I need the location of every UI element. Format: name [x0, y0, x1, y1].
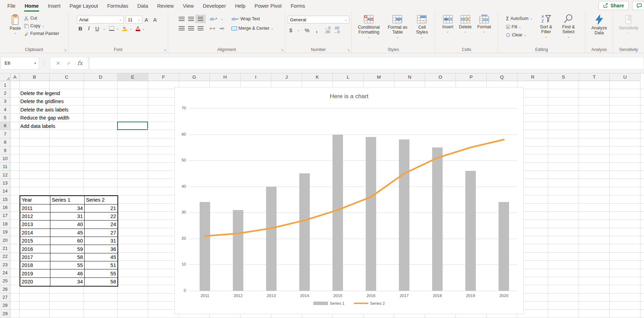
align-top-icon[interactable]	[179, 17, 185, 21]
row-header-11[interactable]: 11	[0, 163, 10, 171]
cell-grid[interactable]: Delete the legendDelete the gridlinesDel…	[10, 81, 644, 318]
column-header-E[interactable]: E	[117, 73, 148, 81]
confirm-entry-icon[interactable]: ✓	[67, 60, 71, 66]
column-header-I[interactable]: I	[241, 73, 271, 81]
row-header-6[interactable]: 6	[0, 122, 10, 130]
bold-button[interactable]: B	[77, 25, 84, 32]
increase-decimal-button[interactable]: ←0.00	[324, 26, 330, 34]
row-header-15[interactable]: 15	[0, 195, 10, 203]
decrease-indent-icon[interactable]: ⇤≡	[210, 26, 215, 31]
table-cell[interactable]: 31	[50, 212, 85, 221]
data-table[interactable]: YearSeries 1Series 220113421201231222013…	[20, 195, 118, 287]
column-header-P[interactable]: P	[456, 73, 487, 81]
row-header-29[interactable]: 29	[0, 310, 10, 318]
fill-handle[interactable]	[146, 129, 148, 130]
table-cell[interactable]: 21	[85, 204, 117, 212]
fill-color-button[interactable]	[122, 26, 127, 31]
table-cell[interactable]: 2019	[20, 269, 50, 277]
row-header-7[interactable]: 7	[0, 130, 10, 138]
column-header-C[interactable]: C	[50, 73, 84, 81]
column-header-J[interactable]: J	[271, 73, 302, 81]
row-header-2[interactable]: 2	[0, 89, 10, 97]
table-cell[interactable]: 55	[50, 261, 85, 269]
column-header-U[interactable]: U	[610, 73, 641, 81]
name-box[interactable]: E6 ▾	[1, 57, 39, 70]
cancel-entry-icon[interactable]: ✕	[56, 60, 60, 66]
underline-chevron[interactable]: ⌄	[103, 27, 106, 30]
font-size-combo[interactable]: 11⌄	[126, 16, 142, 23]
table-cell[interactable]: 2017	[20, 253, 50, 261]
alignment-dialog-launcher[interactable]: ↘	[281, 48, 284, 52]
tab-home[interactable]: Home	[20, 0, 43, 12]
align-middle-icon[interactable]	[188, 17, 194, 21]
comma-style-button[interactable]: ,	[314, 27, 319, 34]
table-cell[interactable]: 51	[85, 261, 117, 269]
formula-input[interactable]	[89, 57, 644, 70]
table-cell[interactable]: 34	[50, 278, 85, 286]
align-left-icon[interactable]	[179, 26, 185, 30]
row-header-22[interactable]: 22	[0, 253, 10, 261]
table-cell[interactable]: 27	[85, 229, 117, 237]
row-header-13[interactable]: 13	[0, 179, 10, 187]
table-cell[interactable]: 2020	[20, 278, 50, 286]
legend-item-series2[interactable]: Series 2	[354, 301, 385, 305]
row-header-12[interactable]: 12	[0, 171, 10, 179]
table-cell[interactable]: 45	[50, 229, 85, 237]
tab-forms[interactable]: Forms	[286, 0, 309, 12]
row-header-25[interactable]: 25	[0, 277, 10, 285]
table-cell[interactable]: 2011	[20, 204, 50, 212]
table-header-cell[interactable]: Year	[20, 196, 50, 204]
table-cell[interactable]: 2015	[20, 237, 50, 245]
clipboard-dialog-launcher[interactable]: ↘	[64, 48, 66, 52]
align-center-icon[interactable]	[188, 26, 194, 30]
row-header-23[interactable]: 23	[0, 261, 10, 269]
number-format-combo[interactable]: General⌄	[288, 16, 349, 23]
chart-object[interactable]: Here is a chart 010203040506070 20112012…	[174, 87, 524, 314]
underline-button[interactable]: U	[93, 25, 101, 32]
italic-button[interactable]: I	[86, 25, 91, 32]
tab-data[interactable]: Data	[133, 0, 153, 12]
tab-help[interactable]: Help	[230, 0, 250, 12]
row-header-27[interactable]: 27	[0, 293, 10, 301]
orientation-icon[interactable]: ab↗	[210, 17, 217, 21]
column-header-R[interactable]: R	[517, 73, 548, 81]
select-all-corner[interactable]	[0, 73, 10, 81]
merge-center-button[interactable]: ↔ Merge & Center ⌄	[230, 25, 274, 31]
find-select-button[interactable]: Find & Select ⌄	[559, 13, 578, 39]
align-right-icon[interactable]	[198, 26, 203, 30]
table-cell[interactable]: 2014	[20, 229, 50, 237]
table-cell[interactable]: 58	[85, 278, 117, 286]
table-cell[interactable]: 60	[50, 237, 85, 245]
accounting-format-button[interactable]: $	[288, 27, 294, 34]
row-header-4[interactable]: 4	[0, 106, 10, 114]
row-header-1[interactable]: 1	[0, 81, 10, 89]
row-header-19[interactable]: 19	[0, 228, 10, 236]
wrap-text-button[interactable]: ab↩ Wrap Text	[230, 16, 261, 22]
fill-color-chevron[interactable]: ⌄	[129, 27, 132, 30]
row-header-8[interactable]: 8	[0, 138, 10, 146]
format-painter-button[interactable]: Format Painter	[23, 30, 60, 37]
table-cell[interactable]: 45	[85, 253, 117, 261]
cell-text-b2[interactable]: Delete the legend	[20, 89, 60, 97]
column-header-H[interactable]: H	[210, 73, 241, 81]
table-header-cell[interactable]: Series 2	[85, 196, 117, 204]
font-family-combo[interactable]: Arial⌄	[77, 16, 124, 23]
row-header-24[interactable]: 24	[0, 269, 10, 277]
table-cell[interactable]: 2012	[20, 212, 50, 221]
table-cell[interactable]: 59	[50, 245, 85, 253]
borders-chevron[interactable]: ⌄	[116, 27, 119, 30]
column-header-G[interactable]: G	[179, 73, 210, 81]
analyze-data-button[interactable]: Analyze Data	[587, 13, 611, 37]
table-cell[interactable]: 2013	[20, 221, 50, 229]
row-header-9[interactable]: 9	[0, 146, 10, 154]
table-cell[interactable]: 46	[50, 269, 85, 277]
conditional-formatting-button[interactable]: Conditional Formatting ⌄	[354, 14, 384, 39]
column-header-O[interactable]: O	[425, 73, 456, 81]
column-header-L[interactable]: L	[333, 73, 364, 81]
cell-text-b6[interactable]: Add data labels	[20, 122, 55, 130]
row-header-16[interactable]: 16	[0, 203, 10, 211]
font-dialog-launcher[interactable]: ↘	[164, 48, 166, 52]
row-header-21[interactable]: 21	[0, 244, 10, 252]
percent-style-button[interactable]: %	[303, 27, 311, 34]
name-box-chevron[interactable]: ▾	[34, 62, 36, 65]
